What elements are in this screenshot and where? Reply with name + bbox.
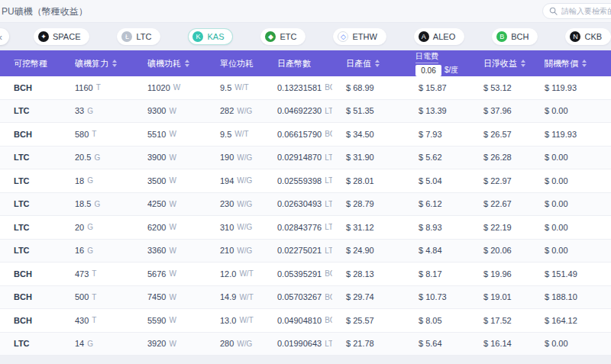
cell-hashrate: 18G [61,176,134,185]
col-hashrate[interactable]: 礦機算力 [61,58,134,69]
cell-unit-power: 190W/G [206,153,263,162]
cell-daily-electricity: $ 13.39 [405,106,470,115]
cell-daily-net-profit: $ 53.12 [470,83,531,92]
sort-icon[interactable] [375,60,380,67]
tab-label: ETHW [352,32,377,41]
table-row: BCH 430T 5590W 13.0W/T 0.04904810BCH $ 2… [0,309,611,333]
cell-hashrate: 580T [61,130,134,139]
tab-label: BCH [511,32,529,41]
space-coin-icon: ✦ [38,31,49,42]
col-shutdown-price[interactable]: 關機幣價 [531,58,611,69]
cell-unit-power: 12.0W/T [206,269,263,279]
table-row: BCH 580T 5510W 9.5W/T 0.06615790BCH $ 34… [0,123,611,147]
cell-daily-value: $ 34.50 [332,130,405,139]
table-row: LTC 16G 3360W 210W/G 0.02275021LTCÐ $ 24… [0,240,611,263]
cell-hashrate: 18.5G [61,199,134,208]
sort-icon[interactable] [185,60,189,67]
cell-daily-electricity: $ 6.12 [405,199,470,208]
cell-daily-net-profit: $ 20.06 [470,246,531,255]
cell-coin: BCH [0,83,61,92]
tabs-container: ✦SPACEŁLTCKKAS◆ETC◇ETHWAALEOBBCHNCKBKKDA… [34,28,611,45]
tab-ethw[interactable]: ◇ETHW [333,28,386,45]
cell-unit-power: 310W/G [206,223,263,232]
tab-kas[interactable]: KKAS [188,28,233,45]
sort-icon[interactable] [521,60,525,67]
cell-hashrate: 16G [61,246,134,255]
cell-daily-coins: 0.05395291BCH [263,269,332,279]
cell-daily-coins: 0.02914870LTCÐ [263,153,332,163]
cell-daily-electricity: $ 5.62 [405,153,470,162]
cell-daily-coins: 0.04692230LTCÐ [263,106,332,116]
table-row: LTC 18G 3500W 194W/G 0.02559398LTCÐ $ 28… [0,169,611,193]
table-row: LTC 18.5G 4250W 230W/G 0.02630493LTCÐ $ … [0,193,611,217]
cell-unit-power: 14.9W/T [206,292,263,301]
search-box[interactable] [542,3,611,19]
col-daily-net-profit[interactable]: 日淨收益 [470,58,531,69]
tab-etc[interactable]: ◆ETC [260,28,306,45]
cell-daily-coins: 0.02275021LTCÐ [263,246,332,256]
cell-hashrate: 20.5G [61,153,134,162]
cell-hashrate: 20G [61,223,134,232]
tab-label: ALEO [433,32,455,41]
col-daily-value[interactable]: 日產值 [332,58,405,69]
tab-ckb[interactable]: NCKB [565,28,611,45]
cell-unit-power: 282W/G [206,106,263,115]
tab-label: ETC [280,32,296,41]
cell-daily-net-profit: $ 17.52 [470,316,531,325]
cell-shutdown-price: $ 0.00 [531,176,611,185]
table-row: BCH 1160T 11020W 9.5W/T 0.13231581BCH $ … [0,76,611,100]
cell-daily-electricity: $ 7.93 [405,130,470,139]
cell-power: 3500W [134,176,206,185]
cell-power: 5676W [134,269,206,279]
search-input[interactable] [561,7,611,15]
sort-icon[interactable] [112,60,117,67]
scroll-left-button[interactable]: ‹ [0,28,9,45]
col-coin: 可挖幣種 [0,58,61,69]
mining-income-page: PU礦機（幣種收益） ‹ ✦SPACEŁLTCKKAS◆ETC◇ETHWAALE… [0,0,611,364]
cell-daily-electricity: $ 8.05 [405,316,470,325]
sort-icon[interactable] [582,60,587,67]
tab-ltc[interactable]: ŁLTC [117,28,160,45]
table-row: BCH 473T 5676W 12.0W/T 0.05395291BCH $ 2… [0,263,611,286]
cell-unit-power: 9.5W/T [206,130,263,139]
cell-unit-power: 9.5W/T [206,83,263,92]
cell-hashrate: 473T [61,269,134,279]
topbar: PU礦機（幣種收益） [0,0,611,23]
cell-unit-power: 210W/G [206,246,263,255]
cell-unit-power: 280W/G [206,339,263,348]
cell-shutdown-price: $ 0.00 [531,106,611,115]
cell-power: 5510W [134,130,206,139]
ckb-coin-icon: N [570,31,580,42]
cell-daily-net-profit: $ 22.67 [470,199,531,208]
col-power[interactable]: 礦機功耗 [134,58,206,69]
cell-coin: LTC [0,246,61,255]
ltc-coin-icon: Ł [121,31,132,42]
cell-power: 3900W [134,153,206,162]
cell-daily-coins: 0.02843776LTCÐ [263,222,332,232]
cell-coin: LTC [0,339,61,348]
cell-daily-coins: 0.06615790BCH [263,130,332,139]
tab-space[interactable]: ✦SPACE [34,28,89,45]
cell-daily-net-profit: $ 26.28 [470,153,531,162]
cell-power: 5590W [134,316,206,325]
ethw-coin-icon: ◇ [338,31,348,42]
cell-daily-net-profit: $ 16.14 [470,339,531,348]
cell-daily-value: $ 25.57 [332,316,405,325]
cell-daily-net-profit: $ 26.57 [470,130,531,139]
tab-label: LTC [136,32,151,41]
cell-coin: LTC [0,176,61,185]
electricity-price-input[interactable] [415,65,441,76]
cell-power: 11020W [134,83,206,92]
cell-daily-net-profit: $ 19.01 [470,292,531,301]
cell-daily-electricity: $ 10.73 [405,292,470,301]
cell-hashrate: 500T [61,292,134,301]
cell-daily-net-profit: $ 22.97 [470,176,531,185]
cell-daily-value: $ 29.74 [332,292,405,301]
tab-aleo[interactable]: AALEO [414,28,464,45]
cell-daily-electricity: $ 4.84 [405,246,470,255]
tab-bch[interactable]: BBCH [492,28,538,45]
cell-coin: LTC [0,153,61,162]
cell-daily-coins: 0.01990643LTCÐ [263,339,332,349]
cell-coin: BCH [0,292,61,301]
cell-daily-electricity: $ 15.87 [405,83,470,92]
